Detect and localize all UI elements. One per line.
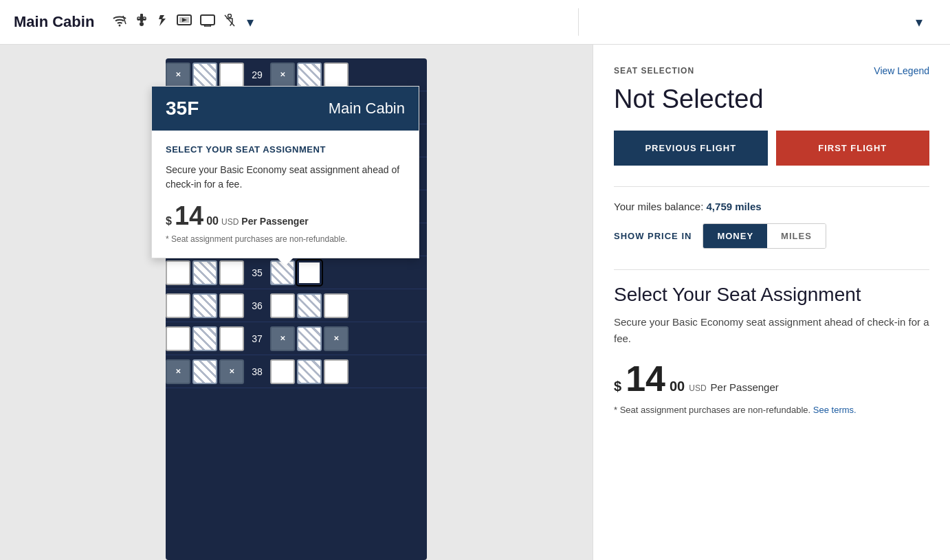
- price-cents: 00: [206, 215, 219, 227]
- power-icon: [156, 14, 168, 31]
- price-dollar-sign: $: [166, 215, 172, 227]
- seat[interactable]: [192, 293, 217, 318]
- seat: ✕: [219, 359, 244, 384]
- seat[interactable]: [270, 293, 295, 318]
- miles-balance: Your miles balance: 4,759 miles: [614, 201, 929, 212]
- price-toggle: MONEY MILES: [703, 223, 826, 249]
- show-price-label: SHOW PRICE IN: [614, 231, 692, 241]
- main-content: ✕ 29 ✕: [0, 45, 950, 560]
- seats-left-group: ✕ ✕: [166, 359, 244, 384]
- seats-right-group: [270, 359, 349, 384]
- cabin-dropdown-chevron[interactable]: ▾: [247, 14, 254, 30]
- tooltip-description: Secure your Basic Economy seat assignmen…: [166, 163, 405, 192]
- table-row: 36: [166, 289, 427, 322]
- seat[interactable]: [219, 293, 244, 318]
- row-number: 35: [244, 267, 270, 278]
- seat[interactable]: [297, 63, 322, 87]
- seat[interactable]: [324, 63, 349, 87]
- seat: ✕: [166, 359, 190, 384]
- no-recline-icon: [223, 14, 236, 31]
- seat-tooltip: 35F Main Cabin SELECT YOUR SEAT ASSIGNME…: [151, 86, 419, 258]
- seats-left-group: ✕: [166, 63, 244, 87]
- seats-right-group: ✕: [270, 63, 349, 87]
- not-selected-title: Not Selected: [614, 85, 929, 114]
- seats-left-group: [166, 260, 244, 285]
- seat[interactable]: [270, 359, 295, 384]
- seat: ✕: [270, 63, 295, 87]
- amenity-icons: [112, 14, 236, 31]
- miles-toggle-button[interactable]: MILES: [767, 224, 826, 248]
- seat[interactable]: [297, 293, 322, 318]
- seat: ✕: [270, 326, 295, 351]
- row-number: 38: [244, 366, 270, 377]
- tooltip-body: SELECT YOUR SEAT ASSIGNMENT Secure your …: [152, 131, 419, 258]
- tooltip-cabin: Main Cabin: [329, 100, 405, 117]
- screen-icon: [200, 14, 215, 30]
- right-price-dollar: $: [614, 379, 621, 394]
- miles-amount: 4,759 miles: [707, 201, 762, 212]
- seat[interactable]: [324, 359, 349, 384]
- seat[interactable]: [192, 63, 217, 87]
- tooltip-seat-id: 35F: [166, 98, 199, 120]
- first-flight-button[interactable]: FIRST FLIGHT: [776, 131, 930, 166]
- seat[interactable]: [166, 260, 190, 285]
- cabin-title: Main Cabin: [14, 13, 94, 31]
- tooltip-header: 35F Main Cabin: [152, 87, 419, 131]
- seat[interactable]: [192, 260, 217, 285]
- right-price-row: $ 14 00 USD Per Passenger: [614, 361, 929, 396]
- seats-right-group: ✕ ✕: [270, 326, 349, 351]
- svg-line-15: [225, 15, 234, 26]
- miles-balance-text: Your miles balance:: [614, 201, 703, 212]
- seat: ✕: [166, 63, 190, 87]
- right-panel: SEAT SELECTION View Legend Not Selected …: [593, 45, 950, 560]
- seat[interactable]: [219, 260, 244, 285]
- tooltip-arrow: [277, 258, 294, 266]
- svg-point-0: [119, 24, 121, 26]
- seat-map-container: ✕ 29 ✕: [0, 45, 593, 560]
- seat-map-panel: ✕ 29 ✕: [0, 45, 593, 560]
- row-number: 37: [244, 333, 270, 344]
- seat[interactable]: [219, 326, 244, 351]
- seats-right-group: [270, 293, 349, 318]
- table-row: ✕ ✕ 38: [166, 355, 427, 388]
- select-assignment-title: Select Your Seat Assignment: [614, 284, 929, 306]
- wifi-icon: [112, 14, 127, 30]
- right-dropdown-chevron[interactable]: ▾: [916, 14, 923, 30]
- seats-left-group: [166, 293, 244, 318]
- right-price-per: Per Passenger: [711, 381, 779, 393]
- table-row: 35: [166, 256, 427, 289]
- row-number: 36: [244, 300, 270, 311]
- see-terms-link[interactable]: See terms.: [813, 405, 857, 415]
- view-legend-link[interactable]: View Legend: [874, 65, 929, 76]
- seat[interactable]: [297, 326, 322, 351]
- row-number: 29: [244, 69, 270, 80]
- tooltip-price: $ 14 00 USD Per Passenger: [166, 203, 405, 229]
- previous-flight-button[interactable]: PREVIOUS FLIGHT: [614, 131, 768, 166]
- seat[interactable]: [166, 293, 190, 318]
- svg-rect-6: [140, 22, 144, 26]
- seat[interactable]: [166, 326, 190, 351]
- seat-selection-header: SEAT SELECTION View Legend: [614, 65, 929, 76]
- price-currency: USD: [221, 217, 239, 227]
- svg-point-14: [228, 14, 232, 17]
- show-price-row: SHOW PRICE IN MONEY MILES: [614, 223, 929, 249]
- money-toggle-button[interactable]: MONEY: [703, 224, 767, 248]
- seat[interactable]: [192, 326, 217, 351]
- right-note-text: * Seat assignment purchases are non-refu…: [614, 405, 810, 415]
- price-amount: 14: [175, 203, 203, 229]
- seat-35f[interactable]: [297, 260, 322, 285]
- usb-icon: [135, 14, 148, 31]
- tooltip-title: SELECT YOUR SEAT ASSIGNMENT: [166, 144, 405, 155]
- seat[interactable]: [192, 359, 217, 384]
- flight-buttons: PREVIOUS FLIGHT FIRST FLIGHT: [614, 131, 929, 166]
- top-bar-right: ▾: [579, 14, 936, 30]
- seat[interactable]: [219, 63, 244, 87]
- seat: ✕: [324, 326, 349, 351]
- seat[interactable]: [297, 359, 322, 384]
- right-note: * Seat assignment purchases are non-refu…: [614, 405, 929, 415]
- seat[interactable]: [324, 293, 349, 318]
- tooltip-note: * Seat assignment purchases are non-refu…: [166, 234, 405, 244]
- right-price-amount: 14: [626, 361, 665, 396]
- right-price-sup: 00: [670, 379, 685, 394]
- seat-selection-label: SEAT SELECTION: [614, 66, 694, 76]
